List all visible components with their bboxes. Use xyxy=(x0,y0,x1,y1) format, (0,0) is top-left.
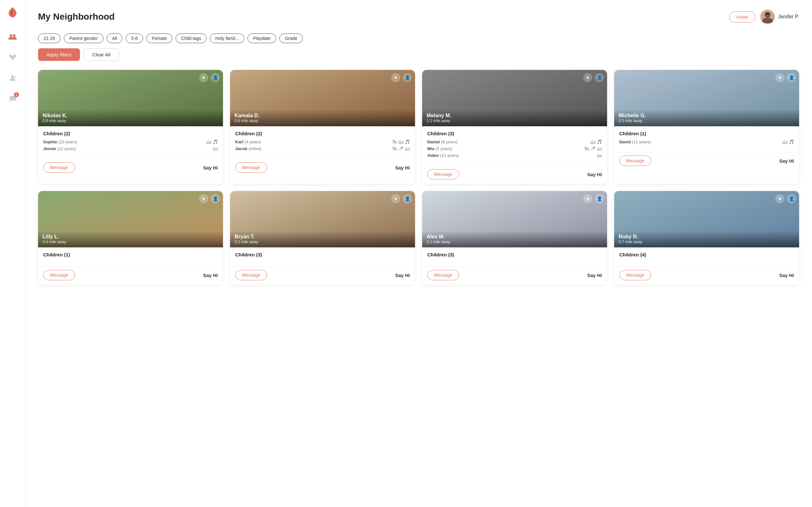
app-logo xyxy=(7,6,18,19)
message-button[interactable]: Message xyxy=(235,270,267,280)
say-hi-button[interactable]: Say Hi xyxy=(203,273,218,278)
child-row: Aiden (12 years) 📖 xyxy=(427,153,602,158)
card-body: Children (1) xyxy=(38,247,223,265)
card-distance: 0.5 mile away xyxy=(619,119,795,123)
card-body: Children (2) Karl (4 years) 🎠 📖 🎵 Jacob … xyxy=(230,126,415,158)
card-footer: Message Say Hi xyxy=(422,166,607,184)
messages-badge: 1 xyxy=(14,92,19,97)
card-person-name: Melany M. xyxy=(427,113,603,119)
child-icons: 🎠 🍼 📖 xyxy=(392,146,410,151)
invite-button[interactable]: Invite xyxy=(729,11,756,22)
card-michelle: Michelle G. 0.5 mile away ♥ 👤 Children (… xyxy=(614,70,799,184)
card-person-name: Lilly L. xyxy=(43,234,218,240)
user-profile: Jenifer P. xyxy=(760,10,799,24)
children-label: Children (2) xyxy=(235,131,410,136)
child-icons: 📖 🎵 xyxy=(206,139,218,144)
like-button[interactable]: ♥ xyxy=(199,73,208,82)
card-person-name: Nikolas K. xyxy=(43,113,218,119)
children-label: Children (1) xyxy=(43,252,218,258)
say-hi-button[interactable]: Say Hi xyxy=(587,273,602,278)
child-row: Mia (5 years) 🎠 🍼 📖 xyxy=(427,146,602,151)
sidebar-item-messages[interactable]: 1 xyxy=(5,91,20,106)
say-hi-button[interactable]: Say Hi xyxy=(587,172,602,177)
card-body: Children (3) xyxy=(230,247,415,265)
filter-chip-child_age[interactable]: 5-8 xyxy=(126,34,143,43)
say-hi-button[interactable]: Say Hi xyxy=(779,273,794,278)
message-button[interactable]: Message xyxy=(43,162,75,173)
like-button[interactable]: ♥ xyxy=(199,194,208,203)
sidebar-item-favorites[interactable] xyxy=(5,50,20,65)
filter-chip-child_tags[interactable]: Child tags xyxy=(176,34,207,43)
clear-all-button[interactable]: Clear All xyxy=(84,48,119,61)
say-hi-button[interactable]: Say Hi xyxy=(395,273,410,278)
card-distance: 0.8 mile away xyxy=(43,119,218,123)
children-label: Children (3) xyxy=(427,252,602,258)
message-button[interactable]: Message xyxy=(619,156,651,166)
card-actions-overlay: ♥ 👤 xyxy=(775,194,796,203)
filter-chip-all[interactable]: All xyxy=(107,34,123,43)
card-alex: Alex M. 0.1 mile away ♥ 👤 Children (3) M… xyxy=(422,191,607,285)
like-button[interactable]: ♥ xyxy=(583,73,592,82)
say-hi-button[interactable]: Say Hi xyxy=(779,158,794,164)
profile-button[interactable]: 👤 xyxy=(403,194,412,203)
card-distance: 0.1 mile away xyxy=(427,240,603,244)
card-image: Michelle G. 0.5 mile away ♥ 👤 xyxy=(614,70,799,126)
profile-button[interactable]: 👤 xyxy=(595,194,604,203)
child-name: Jacob (infant) xyxy=(235,146,262,151)
profile-button[interactable]: 👤 xyxy=(787,194,796,203)
filter-chip-holy_family[interactable]: Holy famil... xyxy=(210,34,244,43)
card-footer: Message Say Hi xyxy=(38,159,223,177)
card-footer: Message Say Hi xyxy=(614,152,799,170)
child-icons: 📖 xyxy=(213,146,218,151)
child-row: Daniel (8 years) 📖 🎵 xyxy=(427,139,602,144)
card-distance: 0.6 mile away xyxy=(234,119,411,123)
card-person-name: Kamala D. xyxy=(234,113,411,119)
profile-button[interactable]: 👤 xyxy=(787,73,796,82)
card-distance: 1.2 mile away xyxy=(427,119,603,123)
filter-chip-age[interactable]: 21-28 xyxy=(38,34,61,43)
profile-button[interactable]: 👤 xyxy=(595,73,604,82)
card-image: Ruby R. 0.7 mile away ♥ 👤 xyxy=(614,191,799,247)
children-label: Children (2) xyxy=(43,131,218,136)
like-button[interactable]: ♥ xyxy=(391,194,400,203)
profile-button[interactable]: 👤 xyxy=(211,73,220,82)
like-button[interactable]: ♥ xyxy=(583,194,592,203)
card-overlay: Bryan T. 0.2 mile away xyxy=(230,231,415,247)
filter-chip-parent_gender[interactable]: Parent gender xyxy=(64,34,103,43)
avatar xyxy=(760,10,775,24)
say-hi-button[interactable]: Say Hi xyxy=(395,165,410,170)
message-button[interactable]: Message xyxy=(43,270,75,280)
message-button[interactable]: Message xyxy=(235,162,267,173)
card-actions-overlay: ♥ 👤 xyxy=(775,73,796,82)
filter-chip-grade[interactable]: Grade xyxy=(279,34,303,43)
child-name: Sophie (10 years) xyxy=(43,139,77,144)
sidebar-item-connections[interactable] xyxy=(5,70,20,86)
child-name: Mia (5 years) xyxy=(427,146,452,151)
profile-button[interactable]: 👤 xyxy=(403,73,412,82)
card-overlay: Nikolas K. 0.8 mile away xyxy=(38,110,223,126)
filter-chip-gender[interactable]: Female xyxy=(146,34,172,43)
card-image: Nikolas K. 0.8 mile away ♥ 👤 xyxy=(38,70,223,126)
card-image: Kamala D. 0.6 mile away ♥ 👤 xyxy=(230,70,415,126)
say-hi-button[interactable]: Say Hi xyxy=(203,165,218,170)
card-distance: 0.4 mile away xyxy=(43,240,218,244)
sidebar-item-neighborhood[interactable] xyxy=(5,29,20,45)
message-button[interactable]: Message xyxy=(427,169,459,179)
child-icons: 📖 🎵 xyxy=(782,139,794,144)
card-image: Melany M. 1.2 mile away ♥ 👤 xyxy=(422,70,607,126)
card-body: Children (3) xyxy=(422,247,607,265)
child-row: David (11 years) 📖 🎵 xyxy=(619,139,794,144)
like-button[interactable]: ♥ xyxy=(775,194,784,203)
card-actions-overlay: ♥ 👤 xyxy=(583,194,604,203)
apply-filters-button[interactable]: Apply filters xyxy=(38,48,80,61)
filter-chip-playdate[interactable]: Playdate xyxy=(248,34,276,43)
message-button[interactable]: Message xyxy=(427,270,459,280)
child-name: Aiden (12 years) xyxy=(427,153,459,158)
profile-button[interactable]: 👤 xyxy=(211,194,220,203)
like-button[interactable]: ♥ xyxy=(775,73,784,82)
message-button[interactable]: Message xyxy=(619,270,651,280)
like-button[interactable]: ♥ xyxy=(391,73,400,82)
main-content: My Neighborhood Invite Jenifer P. 21-28P… xyxy=(25,0,812,507)
children-label: Children (1) xyxy=(619,131,794,136)
child-icons: 📖 xyxy=(597,153,602,158)
